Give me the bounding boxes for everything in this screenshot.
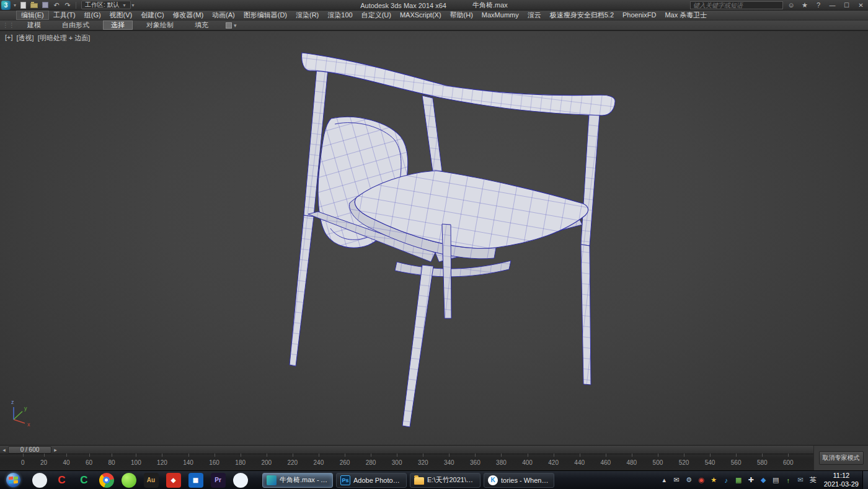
tray-icon[interactable]: ★: [709, 476, 719, 484]
app-logo-icon[interactable]: 3: [1, 1, 11, 10]
timeline-tick[interactable]: 460: [600, 459, 611, 466]
timeline-tick[interactable]: 260: [340, 459, 350, 466]
timeline-tick[interactable]: 280: [366, 459, 376, 466]
tray-icon[interactable]: ✉: [796, 476, 805, 484]
timeline-tick[interactable]: 20: [40, 459, 47, 466]
app-green-c-icon[interactable]: C: [76, 472, 92, 489]
time-slider[interactable]: ◂ 0 / 600 ▸: [0, 445, 813, 454]
perspective-viewport[interactable]: [+] [透视] [明暗处理 + 边面]: [0, 30, 868, 445]
timeline-tick[interactable]: 540: [705, 459, 715, 466]
show-desktop-button[interactable]: [862, 471, 868, 489]
new-file-icon[interactable]: [17, 1, 29, 10]
menu-item[interactable]: 创建(C): [136, 11, 168, 20]
tray-icon[interactable]: ♪: [722, 477, 731, 484]
menu-item[interactable]: 帮助(H): [446, 11, 477, 20]
ribbon-tab[interactable]: 填充: [187, 20, 216, 30]
app-green-ball-icon[interactable]: [120, 472, 137, 489]
next-frame-icon[interactable]: ▸: [51, 447, 60, 453]
menu-item[interactable]: MaxMummy: [477, 11, 523, 20]
ribbon-tab[interactable]: 建模: [20, 20, 48, 30]
timeline-tick[interactable]: 300: [392, 459, 402, 466]
audition-icon[interactable]: Au: [143, 472, 159, 489]
toolbar-overflow-caret-icon[interactable]: ▾: [131, 2, 136, 8]
menu-item[interactable]: 渲染(R): [291, 11, 323, 20]
app-white-circle-icon[interactable]: [31, 472, 48, 489]
timeline-tick[interactable]: 360: [470, 459, 480, 466]
ribbon-tab[interactable]: 选择: [103, 20, 133, 30]
tray-icon[interactable]: ✚: [746, 476, 756, 484]
timeline-tick[interactable]: 600: [783, 459, 794, 466]
ribbon-tool-dropdown[interactable]: ▾: [226, 22, 237, 29]
app-red-square-icon[interactable]: ◆: [165, 472, 182, 489]
viewport-menu-pov[interactable]: [透视]: [17, 34, 34, 43]
tray-icon[interactable]: ◆: [759, 476, 768, 484]
menu-item[interactable]: 自定义(U): [357, 11, 396, 20]
maximize-button[interactable]: ☐: [841, 1, 852, 9]
taskbar-window-button[interactable]: E:\天竹2021\牛...: [410, 473, 480, 488]
timeline-tick[interactable]: 160: [209, 459, 219, 466]
menu-item[interactable]: 组(G): [80, 11, 105, 20]
timeline-tick[interactable]: 220: [287, 459, 298, 466]
menu-item[interactable]: 视图(V): [105, 11, 137, 20]
close-button[interactable]: ✕: [855, 1, 867, 9]
open-file-icon[interactable]: [29, 1, 40, 10]
favorites-star-icon[interactable]: ★: [799, 1, 810, 10]
tray-icon[interactable]: ▦: [734, 476, 743, 484]
sign-in-icon[interactable]: ☺: [786, 1, 797, 10]
timeline-tick[interactable]: 480: [627, 459, 637, 466]
menu-item[interactable]: 图形编辑器(D): [239, 11, 291, 20]
workspace-dropdown[interactable]: 工作区: 默认 ▾: [81, 1, 131, 9]
timeline-tick[interactable]: 320: [418, 459, 428, 466]
timeline-tick[interactable]: 40: [63, 459, 69, 466]
taskbar-window-button[interactable]: Ps Adobe Photosh...: [336, 473, 407, 488]
app-red-c-icon[interactable]: C: [53, 472, 70, 489]
start-button[interactable]: [0, 471, 26, 489]
menu-item[interactable]: Max 杀毒卫士: [660, 11, 711, 20]
app-blue-tiles-icon[interactable]: ▦: [187, 472, 204, 489]
tray-icon[interactable]: ✉: [672, 476, 681, 484]
ribbon-tab[interactable]: 自由形式: [55, 20, 97, 30]
viewport-canvas[interactable]: x y z: [0, 31, 868, 445]
help-icon[interactable]: ?: [813, 1, 824, 10]
menu-item[interactable]: 修改器(M): [169, 11, 208, 20]
track-bar[interactable]: 0 20 40 60 80 100 120 140 160 180 200 22…: [0, 454, 813, 470]
cancel-expert-mode-button[interactable]: 取消专家模式: [819, 451, 864, 465]
timeline-tick[interactable]: 80: [108, 459, 115, 466]
menu-item[interactable]: 工具(T): [49, 11, 80, 20]
timeline-tick[interactable]: 60: [86, 459, 92, 466]
menu-item[interactable]: 渲染100: [323, 11, 356, 20]
app-menu-caret-icon[interactable]: ▾: [12, 2, 17, 8]
app-blue-circle-icon[interactable]: [232, 472, 249, 489]
minimize-button[interactable]: —: [826, 1, 838, 9]
time-slider-track[interactable]: [60, 446, 813, 454]
menu-item[interactable]: PhoenixFD: [618, 11, 660, 20]
tray-icon[interactable]: ▴: [660, 476, 669, 484]
redo-icon[interactable]: ↷: [62, 1, 73, 10]
prev-frame-icon[interactable]: ◂: [0, 447, 8, 453]
menu-item[interactable]: 编辑(E): [16, 11, 49, 20]
taskbar-window-button[interactable]: 牛角椅.max - Aut...: [262, 473, 333, 488]
chair-model[interactable]: [290, 53, 615, 427]
timeline-tick[interactable]: 180: [235, 459, 246, 466]
tray-icon[interactable]: ↑: [784, 477, 793, 484]
tray-icon[interactable]: ◉: [697, 476, 706, 484]
tray-icon[interactable]: ▤: [771, 476, 781, 484]
timeline-tick[interactable]: 560: [731, 459, 742, 466]
tray-icon[interactable]: ⚙: [684, 476, 694, 484]
timeline-tick[interactable]: 120: [157, 459, 167, 466]
menu-item[interactable]: 动画(A): [208, 11, 239, 20]
timeline-tick[interactable]: 140: [183, 459, 193, 466]
timeline-tick[interactable]: 100: [131, 459, 141, 466]
timeline-tick[interactable]: 500: [653, 459, 663, 466]
viewport-menu-shading[interactable]: [明暗处理 + 边面]: [38, 34, 91, 43]
menu-item[interactable]: 渲云: [523, 11, 546, 20]
ribbon-grip-icon[interactable]: ⋮⋮: [0, 22, 20, 29]
menu-item[interactable]: 极速瘦身安全归档5.2: [546, 11, 618, 20]
menu-item[interactable]: MAXScript(X): [396, 11, 446, 20]
time-slider-handle[interactable]: 0 / 600: [8, 446, 51, 454]
search-input[interactable]: [690, 1, 783, 9]
clock[interactable]: 11:12 2021-03-29: [824, 472, 859, 489]
timeline-tick[interactable]: 580: [757, 459, 768, 466]
save-icon[interactable]: [40, 1, 51, 10]
timeline-tick[interactable]: 340: [444, 459, 454, 466]
